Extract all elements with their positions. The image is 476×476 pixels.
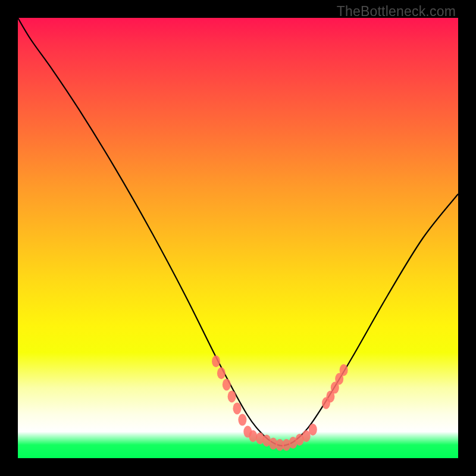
marker-dot bbox=[212, 355, 220, 367]
marker-dot bbox=[228, 390, 236, 402]
marker-dot bbox=[223, 378, 231, 390]
marker-dot bbox=[340, 364, 348, 376]
plot-area bbox=[18, 18, 458, 458]
chart-frame: TheBottleneck.com bbox=[0, 0, 476, 476]
marker-dot bbox=[233, 402, 242, 414]
marker-dot bbox=[309, 424, 317, 436]
watermark-text: TheBottleneck.com bbox=[337, 4, 456, 20]
marker-layer bbox=[212, 355, 348, 451]
marker-dot bbox=[217, 367, 226, 379]
marker-dot bbox=[249, 430, 257, 442]
chart-svg bbox=[18, 18, 458, 458]
marker-dot bbox=[238, 414, 246, 426]
bottleneck-curve bbox=[18, 18, 458, 446]
